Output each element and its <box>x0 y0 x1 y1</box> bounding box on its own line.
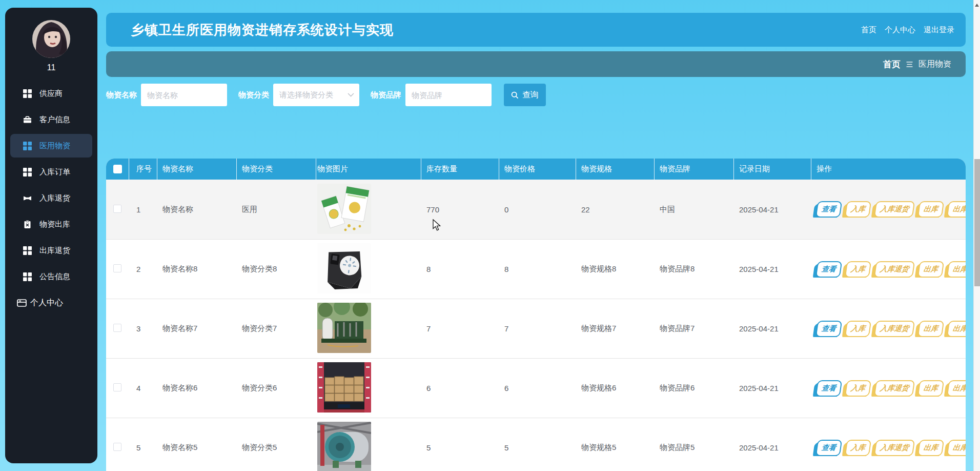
row-name: 物资名称5 <box>157 443 237 453</box>
row-index: 1 <box>129 205 157 214</box>
sidebar-item-客户信息[interactable]: 客户信息 <box>5 107 97 133</box>
sidebar-item-label: 入库订单 <box>39 167 70 177</box>
row-stock: 5 <box>421 443 499 452</box>
action-inbound-return-button[interactable]: 入库退货 <box>874 321 915 337</box>
sidebar-item-出库退货[interactable]: 出库退货 <box>5 238 97 264</box>
action-view-button[interactable]: 查看 <box>815 380 842 397</box>
sidebar-item-公告信息[interactable]: 公告信息 <box>5 264 97 290</box>
action-outbound-return-button[interactable]: 出库退货 <box>947 440 966 456</box>
header-actions: 操作 <box>811 159 966 180</box>
topnav-logout-link[interactable]: 退出登录 <box>924 25 954 35</box>
action-inbound-button[interactable]: 入库 <box>845 380 871 397</box>
header-price: 物资价格 <box>499 159 576 180</box>
header-spec: 物资规格 <box>576 159 655 180</box>
action-outbound-button[interactable]: 出库 <box>917 261 944 278</box>
username: 11 <box>5 63 97 72</box>
select-all-checkbox[interactable] <box>113 165 122 173</box>
row-checkbox[interactable] <box>113 383 121 391</box>
sidebar-item-label: 个人中心 <box>30 298 63 308</box>
action-inbound-button[interactable]: 入库 <box>845 321 871 337</box>
action-outbound-button[interactable]: 出库 <box>917 440 944 456</box>
sidebar-item-供应商[interactable]: 供应商 <box>5 81 97 107</box>
row-index: 2 <box>129 265 157 273</box>
table-row: 3 物资名称7 物资分类7 7 7 物资规格7 物资品牌7 2025-04-21… <box>106 299 966 358</box>
topnav-links: 首页 个人中心 退出登录 <box>861 25 966 35</box>
action-inbound-return-button[interactable]: 入库退货 <box>874 201 915 218</box>
row-checkbox[interactable] <box>113 324 121 332</box>
action-inbound-button[interactable]: 入库 <box>845 261 871 278</box>
action-inbound-button[interactable]: 入库 <box>845 201 871 218</box>
action-outbound-return-button[interactable]: 出库退货 <box>947 201 966 218</box>
table-row: 5 物资名称5 物资分类5 5 5 物资规格5 物资品牌5 2025-04-21… <box>106 418 966 471</box>
menu-lines-icon <box>906 61 913 68</box>
header-brand: 物资品牌 <box>655 159 734 180</box>
sidebar-item-label: 物资出库 <box>39 220 70 229</box>
action-inbound-return-button[interactable]: 入库退货 <box>874 261 915 278</box>
row-date: 2025-04-21 <box>734 205 811 214</box>
material-brand-input[interactable] <box>405 84 492 106</box>
search-button[interactable]: 查询 <box>504 84 546 106</box>
row-spec: 物资规格7 <box>576 324 655 333</box>
material-category-select[interactable]: 请选择物资分类 <box>273 84 359 106</box>
table-body: 1 物资名称 医用 770 0 22 中国 2025-04-21 查看入库入库退… <box>106 180 966 471</box>
sidebar-item-label: 出库退货 <box>39 246 70 256</box>
row-actions: 查看入库入库退货出库出库退货 <box>816 261 966 278</box>
sidebar-item-医用物资[interactable]: 医用物资 <box>10 134 92 158</box>
action-outbound-button[interactable]: 出库 <box>917 201 944 218</box>
table-row: 4 物资名称6 物资分类6 6 6 物资规格6 物资品牌6 2025-04-21… <box>106 358 966 418</box>
row-index: 5 <box>129 443 157 452</box>
row-spec: 物资规格5 <box>576 443 655 453</box>
window-icon <box>17 298 27 308</box>
row-date: 2025-04-21 <box>734 384 811 392</box>
row-price: 7 <box>499 324 576 333</box>
action-view-button[interactable]: 查看 <box>815 261 842 278</box>
row-category: 物资分类6 <box>237 383 316 393</box>
row-price: 6 <box>499 384 576 392</box>
green-machinery-photo <box>317 303 371 353</box>
action-outbound-return-button[interactable]: 出库退货 <box>947 321 966 337</box>
row-brand: 物资品牌7 <box>655 324 734 333</box>
action-outbound-button[interactable]: 出库 <box>917 380 944 397</box>
sidebar-item-label: 入库退货 <box>39 193 70 203</box>
topnav-personal-center-link[interactable]: 个人中心 <box>885 25 915 35</box>
header-stock: 库存数量 <box>421 159 499 180</box>
breadcrumb-home[interactable]: 首页 <box>883 58 901 70</box>
row-stock: 8 <box>421 265 499 273</box>
row-actions: 查看入库入库退货出库出库退货 <box>816 321 966 337</box>
breadcrumb: 首页 医用物资 <box>106 51 966 77</box>
scrollbar-up-arrow-icon[interactable] <box>975 4 979 7</box>
row-spec: 物资规格8 <box>576 264 655 274</box>
sidebar-item-personal-center[interactable]: 个人中心 <box>5 290 97 316</box>
sidebar-item-label: 医用物资 <box>39 141 70 151</box>
row-actions: 查看入库入库退货出库出库退货 <box>816 440 966 456</box>
action-inbound-return-button[interactable]: 入库退货 <box>874 440 915 456</box>
row-category: 物资分类5 <box>237 443 316 453</box>
action-outbound-return-button[interactable]: 出库退货 <box>947 261 966 278</box>
action-view-button[interactable]: 查看 <box>815 321 842 337</box>
sidebar-item-入库退货[interactable]: 入库退货 <box>5 185 97 211</box>
sidebar-item-入库订单[interactable]: 入库订单 <box>5 159 97 185</box>
action-inbound-return-button[interactable]: 入库退货 <box>874 380 915 397</box>
row-spec: 物资规格6 <box>576 383 655 393</box>
action-view-button[interactable]: 查看 <box>815 440 842 456</box>
material-name-label: 物资名称 <box>106 90 137 100</box>
row-date: 2025-04-21 <box>734 265 811 273</box>
action-outbound-button[interactable]: 出库 <box>917 321 944 337</box>
action-outbound-return-button[interactable]: 出库退货 <box>947 380 966 397</box>
row-price: 0 <box>499 205 576 214</box>
page-title: 乡镇卫生所医用物资进销存系统设计与实现 <box>106 21 394 39</box>
scrollbar-thumb[interactable] <box>974 159 980 286</box>
filter-bar: 物资名称 物资分类 请选择物资分类 物资品牌 查询 <box>106 84 546 106</box>
grid-icon <box>23 168 32 176</box>
action-inbound-button[interactable]: 入库 <box>845 440 871 456</box>
row-checkbox[interactable] <box>113 264 121 272</box>
row-checkbox[interactable] <box>113 443 121 451</box>
material-name-input[interactable] <box>141 84 227 106</box>
row-brand: 物资品牌5 <box>655 443 734 453</box>
row-checkbox[interactable] <box>113 205 121 213</box>
row-stock: 6 <box>421 384 499 392</box>
action-view-button[interactable]: 查看 <box>815 201 842 218</box>
topnav-home-link[interactable]: 首页 <box>861 25 876 35</box>
vertical-scrollbar[interactable] <box>973 0 980 471</box>
sidebar-item-物资出库[interactable]: 物资出库 <box>5 211 97 238</box>
